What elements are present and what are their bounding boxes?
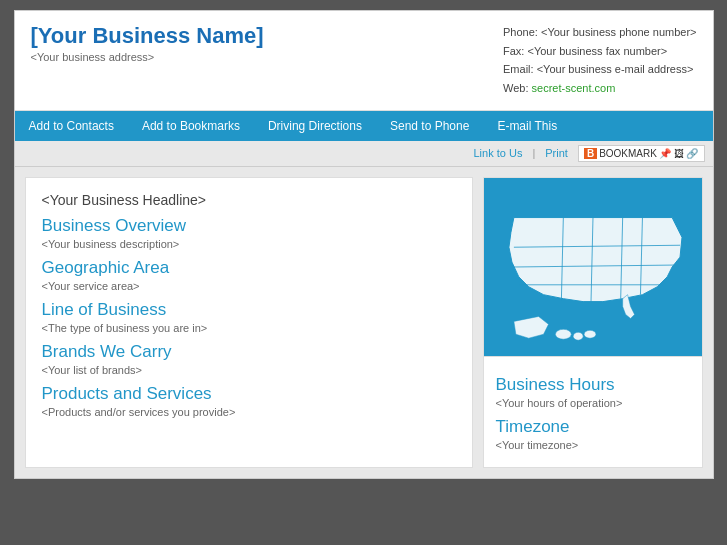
content-panel: <Your Business Headline> Business Overvi… [25, 177, 473, 468]
email-line: Email: <Your business e-mail address> [503, 60, 696, 79]
header: [Your Business Name] <Your business addr… [15, 11, 713, 111]
web-label: Web: [503, 82, 528, 94]
email-label: Email: [503, 63, 534, 75]
nav-send-to-phone[interactable]: Send to Phone [376, 111, 483, 141]
header-left: [Your Business Name] <Your business addr… [31, 23, 264, 63]
web-link[interactable]: secret-scent.com [532, 82, 616, 94]
svg-point-9 [573, 332, 583, 340]
bookmark-b-icon: B [584, 148, 597, 159]
web-line: Web: secret-scent.com [503, 79, 696, 98]
svg-point-8 [555, 329, 571, 339]
products-desc: <Products and/or services you provide> [42, 406, 456, 418]
geo-desc: <Your service area> [42, 280, 456, 292]
brands-desc: <Your list of brands> [42, 364, 456, 376]
sidebar-info: Business Hours <Your hours of operation>… [483, 357, 703, 468]
toolbar-separator: | [532, 147, 535, 159]
phone-line: Phone: <Your business phone number> [503, 23, 696, 42]
phone-value: <Your business phone number> [541, 26, 697, 38]
toolbar-row: Link to Us | Print B BOOKMARK 📌 🖼 🔗 [15, 141, 713, 167]
lob-desc: <The type of business you are in> [42, 322, 456, 334]
nav-bar: Add to Contacts Add to Bookmarks Driving… [15, 111, 713, 141]
business-address: <Your business address> [31, 51, 264, 63]
print-link[interactable]: Print [545, 147, 568, 159]
bookmark-button[interactable]: B BOOKMARK 📌 🖼 🔗 [578, 145, 705, 162]
svg-point-10 [584, 330, 596, 338]
business-name: [Your Business Name] [31, 23, 264, 49]
map-container [483, 177, 703, 357]
fax-line: Fax: <Your business fax number> [503, 42, 696, 61]
brands-title: Brands We Carry [42, 342, 456, 362]
business-headline: <Your Business Headline> [42, 192, 456, 208]
main-content: <Your Business Headline> Business Overvi… [15, 167, 713, 478]
timezone-desc: <Your timezone> [496, 439, 690, 451]
lob-title: Line of Business [42, 300, 456, 320]
header-right: Phone: <Your business phone number> Fax:… [503, 23, 696, 98]
us-map-svg [484, 178, 702, 356]
hours-desc: <Your hours of operation> [496, 397, 690, 409]
geo-title: Geographic Area [42, 258, 456, 278]
phone-label: Phone: [503, 26, 538, 38]
page-wrapper: [Your Business Name] <Your business addr… [14, 10, 714, 479]
timezone-title: Timezone [496, 417, 690, 437]
nav-driving-directions[interactable]: Driving Directions [254, 111, 376, 141]
fax-label: Fax: [503, 45, 524, 57]
nav-add-contacts[interactable]: Add to Contacts [15, 111, 128, 141]
bookmark-icons: 📌 🖼 🔗 [659, 148, 699, 159]
sidebar-panel: Business Hours <Your hours of operation>… [483, 177, 703, 468]
products-title: Products and Services [42, 384, 456, 404]
fax-value: <Your business fax number> [527, 45, 667, 57]
link-to-us[interactable]: Link to Us [474, 147, 523, 159]
email-value: <Your business e-mail address> [537, 63, 694, 75]
nav-email-this[interactable]: E-mail This [483, 111, 571, 141]
bookmark-label: BOOKMARK [599, 148, 657, 159]
nav-add-bookmarks[interactable]: Add to Bookmarks [128, 111, 254, 141]
overview-title: Business Overview [42, 216, 456, 236]
hours-title: Business Hours [496, 375, 690, 395]
overview-desc: <Your business description> [42, 238, 456, 250]
